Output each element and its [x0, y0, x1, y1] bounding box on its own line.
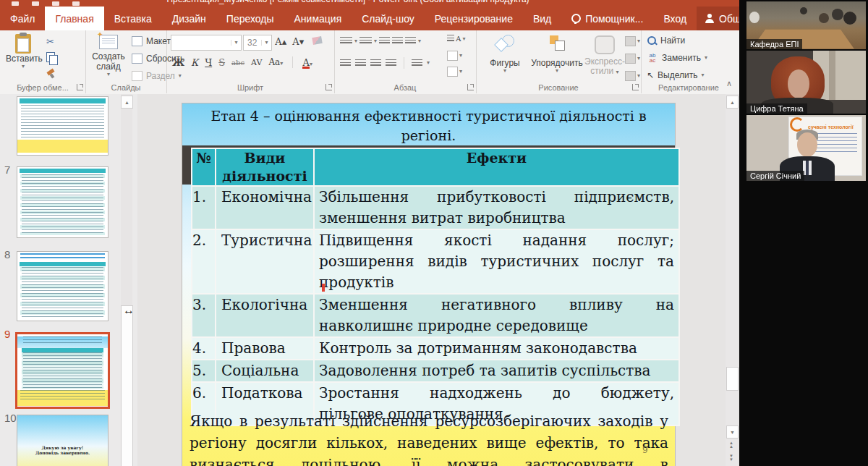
paste-label: Вставить — [6, 54, 41, 64]
slide-thumbnail-6-partial[interactable] — [17, 96, 109, 156]
grow-font-button[interactable]: А▴ — [275, 36, 286, 47]
paste-dropdown-icon[interactable]: ▾ — [6, 64, 41, 69]
next-slide-button[interactable]: ▼▼ — [726, 454, 736, 462]
tab-file[interactable]: Файл — [0, 7, 45, 30]
copy-button[interactable] — [46, 52, 55, 62]
scroll-down-button[interactable]: ▼ — [726, 425, 739, 439]
find-label: Найти — [660, 35, 685, 46]
ribbon-tab-bar: Файл Главная Вставка Дизайн Переходы Ани… — [0, 7, 739, 30]
main-scrollbar[interactable]: ▲ ▼ ▲▲ ▼▼ — [726, 94, 738, 466]
format-painter-button[interactable] — [46, 69, 55, 78]
video-tile-participant-3[interactable]: сучасні технології Сергій Січний — [746, 115, 866, 181]
paragraph-row2: ▾ — [340, 57, 430, 69]
font-name-dropdown-icon[interactable]: ▾ — [231, 40, 241, 46]
slide-thumbnail-panel: 7 8 9 — [0, 94, 138, 466]
table-header-num: № — [192, 148, 216, 186]
video-tile-room[interactable]: Кафедра ЕПІ — [746, 1, 866, 49]
tab-view[interactable]: Вид — [523, 7, 561, 30]
line-spacing-button[interactable] — [405, 37, 416, 45]
align-left-button[interactable] — [340, 59, 351, 67]
convert-smartart-button[interactable]: ▾ — [447, 67, 462, 77]
numbering-button[interactable] — [359, 37, 372, 45]
paragraph-dialog-launcher[interactable] — [467, 84, 474, 90]
font-dialog-launcher[interactable] — [326, 84, 332, 90]
character-spacing-button[interactable]: AV — [251, 58, 262, 67]
shape-outline-button[interactable]: ▾ — [625, 54, 640, 64]
slide-thumbnail-10[interactable]: Дякую за увагу! Доповідь завершено. — [17, 415, 109, 466]
tab-assistant[interactable]: Помощник... — [561, 7, 653, 30]
previous-slide-button[interactable]: ▲▲ — [726, 441, 736, 449]
person-icon — [705, 14, 715, 23]
font-format-row: Ж К Ч S abc AV Aa▾ А▾ — [172, 56, 312, 68]
subscript-button[interactable]: abc — [231, 59, 244, 67]
replace-button[interactable]: abac Заменить ▾ — [647, 53, 707, 63]
decrease-indent-button[interactable] — [379, 37, 390, 45]
slide-thumbnail-7[interactable] — [17, 166, 109, 238]
shape-effects-icon — [625, 71, 636, 81]
copy-icon — [46, 52, 55, 62]
tab-transitions[interactable]: Переходы — [216, 7, 284, 30]
new-slide-dropdown-icon[interactable]: ▾ — [87, 72, 130, 77]
slide-thumbnail-9-selected[interactable] — [15, 332, 110, 409]
change-case-button[interactable]: Aa▾ — [268, 57, 283, 67]
slide-canvas[interactable]: Етап 4 – оцінювання ефективності туристи… — [182, 103, 675, 466]
find-button[interactable]: Найти — [647, 35, 685, 46]
font-size-dropdown-icon[interactable]: ▾ — [261, 40, 271, 46]
powerpoint-window: Презентация_Музиченко [Режим совместимос… — [0, 0, 739, 466]
video-tile-participant-2[interactable]: Цифра Тетяна — [746, 51, 866, 114]
clipboard-dialog-launcher[interactable] — [77, 84, 83, 90]
thumbnail-scroll-up-button[interactable]: ▲ — [121, 96, 133, 109]
justify-button[interactable] — [386, 59, 396, 67]
tab-home[interactable]: Главная — [45, 7, 103, 30]
slide-footer-text[interactable]: Якщо в результаті здійснення ресурсозбер… — [190, 410, 668, 466]
bullets-button[interactable] — [340, 37, 352, 45]
shrink-font-button[interactable]: А▾ — [292, 36, 304, 47]
columns-button[interactable] — [412, 59, 422, 67]
underline-button[interactable]: Ч — [205, 57, 212, 68]
up-arrow-icon: ▲ — [730, 100, 735, 105]
align-center-button[interactable] — [355, 59, 366, 67]
shapes-label: Фигуры — [486, 58, 524, 68]
group-slides: Создать слайд ▾ Макет ▾ Сбросить Раздел … — [85, 30, 167, 93]
cut-button[interactable]: ✂ — [46, 36, 54, 47]
tab-slideshow[interactable]: Слайд-шоу — [352, 7, 425, 30]
drawing-dialog-launcher[interactable] — [632, 84, 639, 90]
tab-signin[interactable]: Вход — [653, 7, 697, 30]
arrange-button[interactable]: Упорядочить ▾ — [527, 35, 587, 74]
lightbulb-icon — [571, 14, 581, 23]
align-right-button[interactable] — [370, 59, 381, 67]
collapse-ribbon-button[interactable]: ∧ — [726, 79, 732, 88]
font-size-combo[interactable]: 32 ▾ — [243, 35, 272, 51]
slide-table[interactable]: № Види діяльності Ефекти 1. Економічна З… — [191, 148, 680, 426]
new-slide-button[interactable]: Создать слайд ▾ — [87, 35, 130, 77]
italic-button[interactable]: К — [191, 57, 198, 68]
scroll-up-button[interactable]: ▲ — [726, 96, 739, 109]
font-name-combo[interactable]: ▾ — [171, 35, 242, 51]
group-editing: Найти abac Заменить ▾ ↖ Выделить ▾ Редак… — [641, 30, 736, 93]
tab-animations[interactable]: Анимация — [284, 7, 352, 30]
tab-insert[interactable]: Вставка — [104, 7, 162, 30]
quick-styles-button[interactable]: Экспресс- стили ▾ — [584, 35, 625, 76]
share-button[interactable]: Общий доступ — [697, 7, 739, 30]
shape-effects-button[interactable]: ▾ — [625, 71, 640, 81]
select-button[interactable]: ↖ Выделить ▾ — [647, 70, 704, 80]
paste-button[interactable]: Вставить ▾ — [6, 34, 41, 69]
align-text-button[interactable]: ▾ — [447, 51, 462, 61]
tab-review[interactable]: Рецензирование — [425, 7, 523, 30]
clear-formatting-button[interactable] — [312, 37, 322, 44]
shape-fill-button[interactable]: ▾ — [625, 36, 640, 46]
strikethrough-button[interactable]: S — [218, 57, 225, 68]
thumbnail-scrollbar[interactable]: ▲ — [121, 94, 132, 466]
increase-indent-button[interactable] — [392, 37, 403, 45]
bold-button[interactable]: Ж — [172, 57, 184, 68]
font-color-button[interactable]: А▾ — [302, 57, 312, 68]
annotation-mark — [322, 284, 325, 292]
screen: Презентация_Музиченко [Режим совместимос… — [0, 0, 868, 466]
tab-design[interactable]: Дизайн — [162, 7, 216, 30]
slide-thumbnail-8[interactable] — [17, 251, 109, 321]
table-header-effects: Ефекти — [314, 148, 679, 186]
text-direction-button[interactable]: А ▾ — [447, 35, 466, 43]
shapes-button[interactable]: Фигуры ▾ — [486, 35, 524, 74]
thumbnail-scrollbar-thumb[interactable] — [121, 305, 133, 466]
main-scrollbar-thumb[interactable] — [726, 367, 739, 391]
